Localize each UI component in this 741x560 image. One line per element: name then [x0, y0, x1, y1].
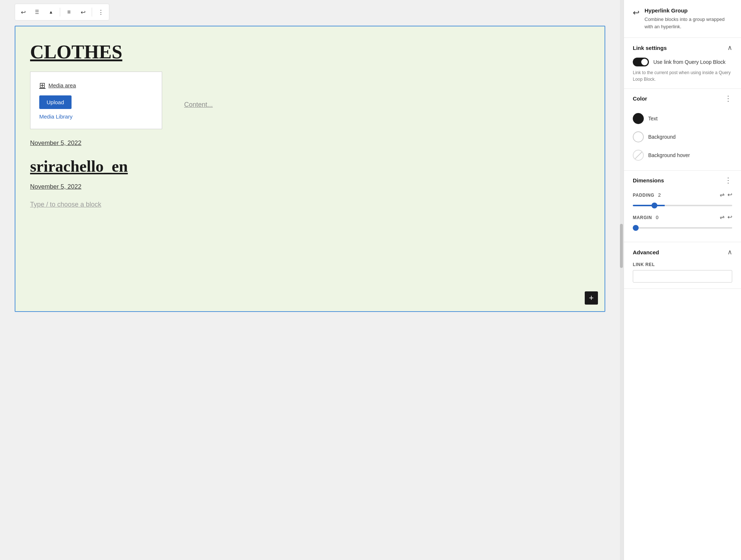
- padding-label-row: PADDING 2 ⇌ ↩: [633, 191, 732, 198]
- toolbar-drag-btn[interactable]: ⠿: [30, 6, 44, 19]
- hyperlink-icon: ↩: [633, 8, 639, 18]
- toggle-desc: Link to the current post when using insi…: [633, 69, 732, 83]
- media-icon: ⊞: [39, 81, 45, 90]
- advanced-body: LINK REL: [624, 262, 741, 288]
- margin-label-group: MARGIN 0: [633, 214, 658, 221]
- dimensions-title: Dimensions: [633, 177, 664, 183]
- margin-reset-icon[interactable]: ↩: [727, 214, 732, 221]
- text-color-label: Text: [648, 116, 658, 121]
- advanced-title: Advanced: [633, 249, 659, 255]
- advanced-section-header[interactable]: Advanced ∧: [624, 242, 741, 262]
- background-hover-label: Background hover: [648, 152, 690, 158]
- link-settings-body: Use link from Query Loop Block Link to t…: [624, 58, 741, 88]
- background-color-swatch: [633, 131, 644, 142]
- block-title: CLOTHES: [30, 41, 590, 63]
- margin-range-container: [633, 223, 732, 230]
- color-section-body: Text Background Background hover: [624, 109, 741, 170]
- advanced-section: Advanced ∧ LINK REL: [624, 242, 741, 289]
- link-settings-title: Link settings: [633, 45, 667, 51]
- margin-label-row: MARGIN 0 ⇌ ↩: [633, 214, 732, 221]
- padding-label: PADDING: [633, 193, 654, 198]
- toolbar-more-btn[interactable]: ⋮: [94, 6, 107, 19]
- media-area-text: Media area: [48, 82, 76, 88]
- toolbar-link2-btn[interactable]: ↩: [76, 6, 90, 19]
- padding-reset-icon[interactable]: ↩: [727, 191, 732, 198]
- block-container[interactable]: CLOTHES ⊞ Media area Upload Media Librar…: [15, 26, 605, 312]
- dimensions-header: Dimensions ⋮: [624, 171, 741, 191]
- main-layout: CLOTHES ⊞ Media area Upload Media Librar…: [0, 0, 741, 560]
- content-row: ⊞ Media area Upload Media Library Conten…: [30, 72, 590, 135]
- toolbar-move-btn[interactable]: ▲: [44, 6, 58, 19]
- margin-label: MARGIN: [633, 215, 652, 220]
- margin-value: 0: [656, 215, 658, 220]
- upload-button[interactable]: Upload: [39, 95, 72, 109]
- text-color-swatch: [633, 113, 644, 124]
- margin-slider[interactable]: [633, 227, 732, 229]
- toolbar-link-btn[interactable]: ↩: [17, 6, 30, 19]
- editor-area: CLOTHES ⊞ Media area Upload Media Librar…: [0, 0, 620, 560]
- padding-icons: ⇌ ↩: [720, 191, 732, 198]
- add-block-button[interactable]: +: [585, 291, 598, 305]
- scrollbar-track[interactable]: [620, 0, 624, 560]
- right-sidebar: ↩ Hyperlink Group Combine blocks into a …: [624, 0, 741, 560]
- query-loop-toggle[interactable]: [633, 58, 649, 66]
- link-rel-label: LINK REL: [633, 262, 732, 267]
- link-settings-header[interactable]: Link settings ∧: [624, 38, 741, 58]
- padding-range-container: [633, 201, 732, 208]
- background-hover-swatch: [633, 150, 644, 161]
- toggle-label: Use link from Query Loop Block: [653, 59, 726, 65]
- link-rel-input[interactable]: [633, 270, 732, 283]
- scrollbar-thumb[interactable]: [620, 224, 623, 268]
- media-library-link[interactable]: Media Library: [39, 113, 73, 120]
- background-color-label: Background: [648, 134, 676, 140]
- link-settings-chevron-icon: ∧: [727, 44, 732, 52]
- hyperlink-text: Hyperlink Group Combine blocks into a gr…: [645, 7, 732, 30]
- margin-icons: ⇌ ↩: [720, 214, 732, 221]
- dimensions-more-icon[interactable]: ⋮: [724, 177, 732, 184]
- padding-label-group: PADDING 2: [633, 192, 661, 198]
- link-settings-section: Link settings ∧ Use link from Query Loop…: [624, 38, 741, 89]
- color-option-background-hover[interactable]: Background hover: [633, 146, 732, 164]
- color-more-icon[interactable]: ⋮: [724, 95, 732, 102]
- toggle-row: Use link from Query Loop Block: [633, 58, 732, 66]
- hyperlink-group-title: Hyperlink Group: [645, 7, 732, 14]
- dimensions-section: Dimensions ⋮ PADDING 2 ⇌ ↩: [624, 171, 741, 242]
- toolbar-align-btn[interactable]: ≡: [62, 6, 76, 19]
- padding-value: 2: [658, 192, 661, 198]
- date-line-1: November 5, 2022: [30, 139, 590, 147]
- margin-settings-icon[interactable]: ⇌: [720, 214, 724, 221]
- toolbar-divider2: [92, 8, 92, 17]
- color-title: Color: [633, 95, 647, 102]
- padding-settings-icon[interactable]: ⇌: [720, 191, 724, 198]
- hyperlink-group-info: ↩ Hyperlink Group Combine blocks into a …: [624, 0, 741, 38]
- color-option-background[interactable]: Background: [633, 128, 732, 146]
- media-area-label: ⊞ Media area: [39, 81, 153, 90]
- post-title: srirachello_en: [30, 157, 590, 176]
- color-option-text[interactable]: Text: [633, 109, 732, 128]
- content-placeholder: Content...: [184, 101, 213, 109]
- date-line-2: November 5, 2022: [30, 183, 590, 190]
- dimensions-body: PADDING 2 ⇌ ↩ MARGIN 0: [624, 191, 741, 242]
- color-header-row: Color ⋮: [633, 95, 732, 102]
- padding-slider[interactable]: [633, 205, 732, 206]
- advanced-chevron-icon: ∧: [727, 248, 732, 256]
- color-section: Color ⋮ Text Background Background hover: [624, 89, 741, 171]
- type-placeholder[interactable]: Type / to choose a block: [30, 201, 590, 208]
- block-toolbar: ↩ ⠿ ▲ ≡ ↩ ⋮: [15, 4, 109, 21]
- toolbar-divider: [60, 8, 60, 17]
- dimensions-header-row: Dimensions ⋮: [633, 177, 732, 184]
- hyperlink-group-desc: Combine blocks into a group wrapped with…: [645, 16, 732, 30]
- media-card: ⊞ Media area Upload Media Library: [30, 72, 162, 129]
- color-section-header: Color ⋮: [624, 89, 741, 109]
